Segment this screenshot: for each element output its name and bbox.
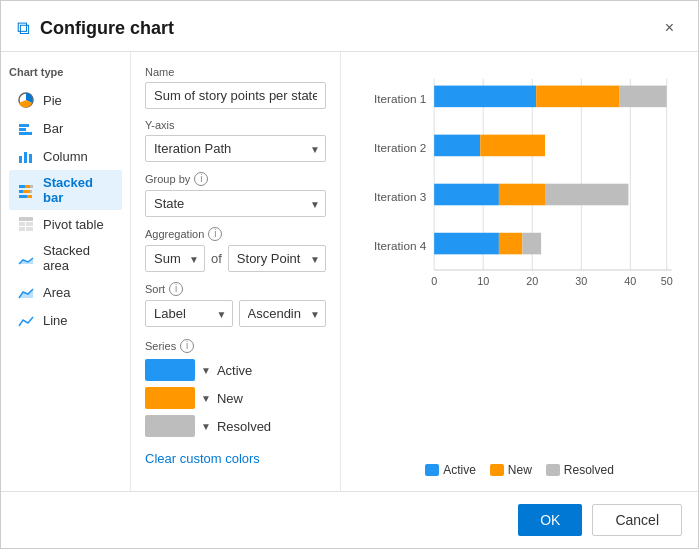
- series-item-resolved: ▼Resolved: [145, 415, 326, 437]
- svg-text:30: 30: [575, 275, 587, 287]
- svg-rect-16: [19, 222, 25, 226]
- series-info-icon[interactable]: i: [180, 339, 194, 353]
- chart-type-label-bar: Bar: [43, 121, 63, 136]
- dialog-header: ⧉ Configure chart ×: [1, 1, 698, 52]
- series-chevron-resolved[interactable]: ▼: [201, 421, 211, 432]
- svg-rect-13: [19, 195, 27, 198]
- legend-item-resolved: Resolved: [546, 463, 614, 477]
- legend-label-new: New: [508, 463, 532, 477]
- svg-rect-39: [545, 184, 628, 206]
- groupby-info-icon[interactable]: i: [194, 172, 208, 186]
- chart-type-icon-line: [17, 311, 35, 329]
- svg-rect-32: [434, 86, 536, 108]
- svg-text:0: 0: [431, 275, 437, 287]
- cancel-button[interactable]: Cancel: [592, 504, 682, 536]
- series-item-new: ▼New: [145, 387, 326, 409]
- clear-custom-colors-link[interactable]: Clear custom colors: [145, 451, 260, 466]
- svg-rect-1: [19, 124, 29, 127]
- groupby-select-wrapper: State ▼: [145, 190, 326, 217]
- dialog-body: Chart type PieBarColumnStacked barPivot …: [1, 52, 698, 491]
- svg-rect-35: [434, 135, 480, 157]
- series-chevron-active[interactable]: ▼: [201, 365, 211, 376]
- chart-type-item-column[interactable]: Column: [9, 142, 122, 170]
- chart-type-icon-pie: [17, 91, 35, 109]
- series-chevron-new[interactable]: ▼: [201, 393, 211, 404]
- svg-rect-11: [23, 190, 30, 193]
- series-color-new[interactable]: [145, 387, 195, 409]
- agg-of-text: of: [211, 251, 222, 266]
- svg-rect-18: [19, 227, 25, 231]
- chart-type-icon-area: [17, 283, 35, 301]
- sort-info-icon[interactable]: i: [169, 282, 183, 296]
- legend-color-active: [425, 464, 439, 476]
- config-panel: Name Y-axis Iteration Path ▼ Group by i …: [131, 52, 341, 491]
- svg-rect-34: [620, 86, 667, 108]
- dialog-title: Configure chart: [40, 18, 174, 39]
- svg-rect-2: [19, 128, 26, 131]
- svg-rect-33: [536, 86, 619, 108]
- chart-type-item-stacked-area[interactable]: Stacked area: [9, 238, 122, 278]
- chart-svg: Iteration 1 Iteration 2 Iteration 3 Iter…: [355, 64, 684, 324]
- chart-preview: Iteration 1 Iteration 2 Iteration 3 Iter…: [355, 64, 684, 455]
- chart-type-label-stacked-bar: Stacked bar: [43, 175, 114, 205]
- sort-dir-wrapper: Ascending ▼: [239, 300, 327, 327]
- svg-text:10: 10: [477, 275, 489, 287]
- chart-type-icon-pivot-table: [17, 215, 35, 233]
- svg-rect-4: [19, 156, 22, 163]
- svg-text:Iteration 2: Iteration 2: [374, 141, 426, 154]
- agg-field-select[interactable]: Story Points: [228, 245, 326, 272]
- sort-dir-select[interactable]: Ascending: [239, 300, 327, 327]
- chart-type-label: Chart type: [9, 66, 122, 78]
- aggregation-info-icon[interactable]: i: [208, 227, 222, 241]
- svg-rect-8: [25, 185, 30, 188]
- agg-func-wrapper: Sum ▼: [145, 245, 205, 272]
- sort-label: Sort i: [145, 282, 326, 296]
- aggregation-row: Sum ▼ of Story Points ▼: [145, 245, 326, 272]
- chart-type-item-line[interactable]: Line: [9, 306, 122, 334]
- svg-text:20: 20: [526, 275, 538, 287]
- svg-rect-3: [19, 132, 32, 135]
- svg-rect-6: [29, 154, 32, 163]
- series-name-active: Active: [217, 363, 252, 378]
- configure-chart-dialog: ⧉ Configure chart × Chart type PieBarCol…: [0, 0, 699, 549]
- chart-type-item-stacked-bar[interactable]: Stacked bar: [9, 170, 122, 210]
- chart-type-item-bar[interactable]: Bar: [9, 114, 122, 142]
- chart-type-list: PieBarColumnStacked barPivot tableStacke…: [9, 86, 122, 334]
- chart-panel: Iteration 1 Iteration 2 Iteration 3 Iter…: [341, 52, 698, 491]
- ok-button[interactable]: OK: [518, 504, 582, 536]
- chart-type-item-area[interactable]: Area: [9, 278, 122, 306]
- agg-func-select[interactable]: Sum: [145, 245, 205, 272]
- chart-type-item-pivot-table[interactable]: Pivot table: [9, 210, 122, 238]
- close-button[interactable]: ×: [657, 15, 682, 41]
- legend-item-active: Active: [425, 463, 476, 477]
- svg-rect-12: [30, 190, 32, 193]
- legend-label-resolved: Resolved: [564, 463, 614, 477]
- svg-rect-10: [19, 190, 23, 193]
- svg-rect-15: [19, 217, 33, 221]
- chart-type-item-pie[interactable]: Pie: [9, 86, 122, 114]
- svg-rect-9: [30, 185, 33, 188]
- name-input[interactable]: [145, 82, 326, 109]
- yaxis-label: Y-axis: [145, 119, 326, 131]
- groupby-select[interactable]: State: [145, 190, 326, 217]
- svg-rect-17: [26, 222, 33, 226]
- sort-field-wrapper: Label ▼: [145, 300, 233, 327]
- legend-item-new: New: [490, 463, 532, 477]
- svg-rect-14: [27, 195, 32, 198]
- series-color-resolved[interactable]: [145, 415, 195, 437]
- yaxis-select[interactable]: Iteration Path: [145, 135, 326, 162]
- legend-color-new: [490, 464, 504, 476]
- legend-color-resolved: [546, 464, 560, 476]
- svg-rect-37: [434, 184, 499, 206]
- chart-legend: ActiveNewResolved: [355, 463, 684, 477]
- chart-type-label-pie: Pie: [43, 93, 62, 108]
- series-item-active: ▼Active: [145, 359, 326, 381]
- svg-rect-5: [24, 152, 27, 163]
- yaxis-select-wrapper: Iteration Path ▼: [145, 135, 326, 162]
- svg-rect-7: [19, 185, 25, 188]
- sort-field-select[interactable]: Label: [145, 300, 233, 327]
- series-label: Series i: [145, 339, 326, 353]
- agg-field-wrapper: Story Points ▼: [228, 245, 326, 272]
- series-color-active[interactable]: [145, 359, 195, 381]
- chart-type-icon-bar: [17, 119, 35, 137]
